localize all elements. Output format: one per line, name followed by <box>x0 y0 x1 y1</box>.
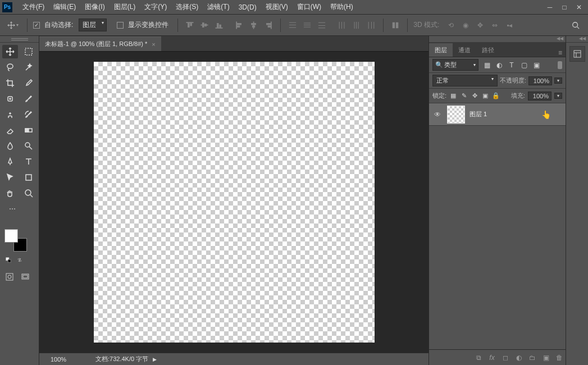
document-tab[interactable]: 未标题-1 @ 100% (图层 1, RGB/8#) * × <box>39 36 161 51</box>
gradient-tool[interactable] <box>21 124 37 137</box>
toolbox-collapse[interactable] <box>0 36 39 43</box>
menu-select[interactable]: 选择(S) <box>171 2 203 12</box>
menu-help[interactable]: 帮助(H) <box>326 2 358 12</box>
3d-slide-icon[interactable]: ⇔ <box>489 19 501 31</box>
tab-paths[interactable]: 路径 <box>476 43 500 57</box>
zoom-level[interactable]: 100% <box>51 356 84 363</box>
distribute-vcenter-icon[interactable] <box>301 19 313 31</box>
blend-mode-dropdown[interactable]: 正常▾ <box>432 75 498 86</box>
fill-value[interactable]: 100% <box>528 92 551 101</box>
layer-filter-type[interactable]: 🔍类型▾ <box>432 59 478 71</box>
path-selection-tool[interactable] <box>2 171 18 184</box>
tab-layers[interactable]: 图层 <box>429 43 453 57</box>
shape-tool[interactable] <box>21 171 37 184</box>
swap-colors-icon[interactable] <box>16 256 24 264</box>
opacity-dropdown-icon[interactable]: ▾ <box>554 77 562 84</box>
fill-dropdown-icon[interactable]: ▾ <box>554 93 562 99</box>
tab-channels[interactable]: 通道 <box>453 43 476 57</box>
align-top-icon[interactable] <box>184 19 196 31</box>
lock-transparent-icon[interactable]: ▦ <box>449 92 457 100</box>
menu-edit[interactable]: 编辑(E) <box>49 2 80 12</box>
menu-text[interactable]: 文字(Y) <box>140 2 171 12</box>
menu-window[interactable]: 窗口(W) <box>293 2 326 12</box>
quick-mask-icon[interactable] <box>6 273 13 281</box>
edit-toolbar[interactable]: ⋯ <box>4 202 20 216</box>
healing-tool[interactable] <box>2 92 18 106</box>
menu-view[interactable]: 视图(V) <box>261 2 293 12</box>
default-colors-icon[interactable] <box>4 256 12 264</box>
window-close-icon[interactable]: ✕ <box>572 2 586 12</box>
panel-menu-icon[interactable]: ≡ <box>555 49 566 57</box>
lock-artboard-icon[interactable]: ▣ <box>481 92 489 100</box>
distribute-bottom-icon[interactable] <box>316 19 328 31</box>
filter-toggle[interactable] <box>558 61 562 69</box>
3d-orbit-icon[interactable]: ⟲ <box>445 19 457 31</box>
pen-tool[interactable] <box>2 155 18 168</box>
opacity-value[interactable]: 100% <box>528 76 552 85</box>
menu-layer[interactable]: 图层(L) <box>110 2 140 12</box>
layer-style-icon[interactable]: fx <box>487 353 497 363</box>
foreground-color-swatch[interactable] <box>4 229 18 243</box>
filter-shape-icon[interactable]: ▢ <box>520 61 528 69</box>
3d-pan-icon[interactable]: ✥ <box>474 19 486 31</box>
close-tab-icon[interactable]: × <box>152 41 155 48</box>
lock-all-icon[interactable]: 🔒 <box>492 92 500 100</box>
new-layer-icon[interactable]: ▣ <box>541 353 551 363</box>
distribute-right-icon[interactable] <box>365 19 377 31</box>
auto-select-dropdown[interactable]: 图层 <box>79 19 107 31</box>
link-layers-icon[interactable]: ⧉ <box>473 353 484 363</box>
filter-pixel-icon[interactable]: ▦ <box>483 61 491 69</box>
brush-tool[interactable] <box>21 92 37 106</box>
move-tool-preset-icon[interactable] <box>4 19 21 32</box>
search-icon[interactable] <box>570 20 581 31</box>
color-swatches[interactable] <box>4 229 27 252</box>
align-right-icon[interactable] <box>262 19 275 31</box>
document-info[interactable]: 文档:732.4K/0 字节 <box>95 355 148 363</box>
lock-image-icon[interactable]: ✎ <box>460 92 468 100</box>
auto-select-checkbox[interactable] <box>33 22 40 29</box>
dock-collapse[interactable]: ◀◀ <box>566 36 588 43</box>
menu-file[interactable]: 文件(F) <box>18 2 49 12</box>
lasso-tool[interactable] <box>2 61 18 74</box>
layer-thumbnail[interactable] <box>447 106 465 124</box>
align-hcenter-icon[interactable] <box>248 19 260 31</box>
3d-zoom-icon[interactable]: ▪◂ <box>503 19 516 31</box>
layer-visibility-icon[interactable]: 👁 <box>432 111 443 118</box>
clone-tool[interactable] <box>2 108 18 121</box>
show-transform-checkbox[interactable] <box>117 22 124 29</box>
dock-panel-icon[interactable] <box>569 46 585 62</box>
delete-layer-icon[interactable]: 🗑 <box>554 353 564 363</box>
distribute-top-icon[interactable] <box>286 19 299 31</box>
blur-tool[interactable] <box>2 139 18 153</box>
eyedropper-tool[interactable] <box>21 76 37 90</box>
distribute-hcenter-icon[interactable] <box>350 19 363 31</box>
eraser-tool[interactable] <box>2 124 18 137</box>
layer-name[interactable]: 图层 1 <box>470 110 487 118</box>
filter-smart-icon[interactable]: ▣ <box>532 61 540 69</box>
distribute-left-icon[interactable] <box>336 19 348 31</box>
align-left-icon[interactable] <box>233 19 245 31</box>
align-vcenter-icon[interactable] <box>198 19 211 31</box>
filter-text-icon[interactable]: T <box>508 61 516 69</box>
status-arrow-icon[interactable]: ▶ <box>153 357 157 362</box>
layer-mask-icon[interactable]: ◻ <box>500 353 510 363</box>
auto-align-icon[interactable] <box>389 19 402 31</box>
layer-group-icon[interactable]: 🗀 <box>527 353 537 363</box>
crop-tool[interactable] <box>2 76 18 90</box>
screen-mode-icon[interactable] <box>21 273 29 281</box>
marquee-tool[interactable] <box>21 45 37 58</box>
panel-collapse[interactable]: ◀◀ <box>429 36 566 43</box>
window-maximize-icon[interactable]: □ <box>558 2 571 12</box>
filter-adjust-icon[interactable]: ◐ <box>495 61 503 69</box>
text-tool[interactable] <box>21 155 37 168</box>
adjustment-layer-icon[interactable]: ◐ <box>514 353 524 363</box>
zoom-tool[interactable] <box>21 186 37 200</box>
menu-3d[interactable]: 3D(D) <box>234 3 261 11</box>
history-brush-tool[interactable] <box>21 108 37 121</box>
canvas-area[interactable] <box>39 52 429 353</box>
lock-position-icon[interactable]: ✥ <box>471 92 478 100</box>
menu-filter[interactable]: 滤镜(T) <box>203 2 234 12</box>
canvas[interactable] <box>94 62 375 343</box>
3d-roll-icon[interactable]: ◉ <box>459 19 472 31</box>
align-bottom-icon[interactable] <box>213 19 225 31</box>
